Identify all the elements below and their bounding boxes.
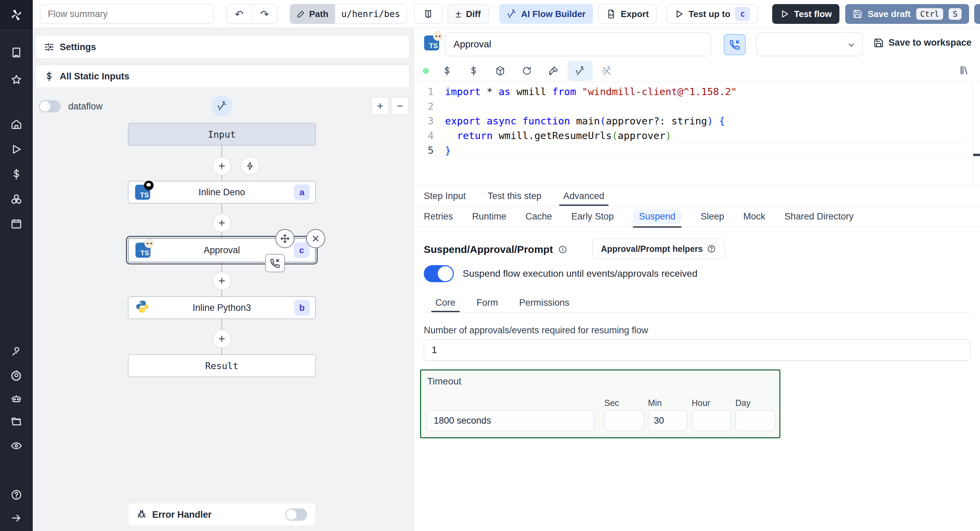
path-button[interactable]: Path u/henri/bes <box>290 4 407 24</box>
move-step-button[interactable] <box>275 229 294 248</box>
save-to-workspace-button[interactable]: Save to workspace <box>873 38 972 48</box>
flow-summary-input[interactable] <box>40 4 214 24</box>
add-variable-dollar-icon[interactable] <box>434 66 460 76</box>
script-version-select[interactable] <box>756 32 862 56</box>
tab-permissions[interactable]: Permissions <box>519 293 570 312</box>
tab-shared-directory[interactable]: Shared Directory <box>784 206 854 227</box>
reload-icon[interactable] <box>514 66 540 76</box>
suspend-subtabs: Core Form Permissions <box>424 293 970 312</box>
path-edit-segment[interactable]: Path <box>290 5 335 24</box>
timeout-label: Timeout <box>427 376 773 387</box>
variables-dollar-icon[interactable] <box>0 166 33 182</box>
tab-form[interactable]: Form <box>477 293 498 312</box>
step-name-input[interactable] <box>445 32 711 56</box>
flow-settings-button[interactable]: Settings <box>35 35 409 59</box>
test-up-to-button[interactable]: Test up to c <box>667 4 758 24</box>
ai-graph-wand-button[interactable] <box>211 95 232 117</box>
insert-step-button[interactable] <box>213 157 231 175</box>
tab-early-stop[interactable]: Early Stop <box>571 206 614 227</box>
workers-robot-icon[interactable] <box>0 391 33 406</box>
tab-core[interactable]: Core <box>435 293 455 312</box>
path-value[interactable]: u/henri/bes <box>335 5 406 24</box>
flow-node-inline-deno[interactable]: TS Inline Deno a <box>128 181 316 203</box>
runs-play-icon[interactable] <box>0 142 33 157</box>
editor-code[interactable]: import * as wmill from "windmill-client@… <box>445 84 966 158</box>
save-draft-button[interactable]: Save draft Ctrl S <box>845 4 969 24</box>
settings-gear-icon[interactable] <box>0 368 33 383</box>
audit-eye-icon[interactable] <box>0 438 33 453</box>
users-icon[interactable] <box>0 344 33 359</box>
tab-sleep[interactable]: Sleep <box>700 206 724 227</box>
approval-phone-indicator[interactable] <box>265 254 285 272</box>
insert-step-button[interactable] <box>213 214 231 232</box>
ai-assistant-wand-button[interactable] <box>568 61 593 81</box>
library-icon[interactable] <box>959 65 970 77</box>
flow-node-inline-python3[interactable]: Inline Python3 b <box>128 296 316 319</box>
tab-cache[interactable]: Cache <box>525 206 552 227</box>
insert-trigger-button[interactable] <box>241 157 259 175</box>
favorites-star-icon[interactable] <box>0 72 33 87</box>
suspend-enable-toggle[interactable] <box>424 265 454 282</box>
lsp-status-dot <box>423 68 429 74</box>
timeout-hour-input[interactable] <box>692 410 731 431</box>
home-icon[interactable] <box>0 117 33 132</box>
code-editor[interactable]: 12345 import * as wmill from "windmill-c… <box>414 81 980 186</box>
zoom-in-button[interactable]: + <box>371 97 389 115</box>
kbd-s: S <box>948 8 962 20</box>
flow-node-input[interactable]: Input <box>128 123 316 146</box>
input-node-label: Input <box>208 129 235 140</box>
test-flow-button[interactable]: Test flow <box>772 4 839 24</box>
workspace-icon[interactable] <box>0 45 33 60</box>
timeout-min-input[interactable] <box>648 410 687 431</box>
python-logo-icon <box>135 300 150 316</box>
undo-button[interactable]: ↶ <box>227 5 252 24</box>
tab-runtime[interactable]: Runtime <box>472 206 507 227</box>
add-resource-dollar-icon[interactable] <box>460 66 487 76</box>
insert-step-button[interactable] <box>213 272 231 290</box>
insert-step-button[interactable] <box>213 330 231 348</box>
help-icon[interactable] <box>0 487 33 502</box>
expand-sidebar-arrow-icon[interactable] <box>0 510 33 526</box>
timeout-seconds-display[interactable] <box>426 410 594 431</box>
folders-icon[interactable] <box>0 414 33 430</box>
tab-test-this-step[interactable]: Test this step <box>488 186 541 206</box>
format-brush-icon[interactable] <box>540 66 567 76</box>
phone-incoming-icon <box>270 258 280 268</box>
package-icon[interactable] <box>487 66 514 76</box>
timeout-sec-input[interactable] <box>604 410 644 431</box>
tab-retries[interactable]: Retries <box>424 206 453 227</box>
typescript-deno-badge: TS <box>135 185 150 200</box>
windmill-flow-editor: ↶ ↷ Path u/henri/bes ± Diff AI Flow Buil… <box>0 0 980 531</box>
resources-cubes-icon[interactable] <box>0 192 33 206</box>
all-static-inputs-button[interactable]: All Static Inputs <box>35 65 409 88</box>
approval-prompt-helpers-button[interactable]: Approval/Prompt helpers <box>592 239 724 259</box>
tab-mock[interactable]: Mock <box>743 206 765 227</box>
redo-button[interactable]: ↷ <box>252 5 277 24</box>
test-up-to-label: Test up to <box>689 9 730 19</box>
suspend-section-header: Suspend/Approval/Prompt <box>424 244 567 255</box>
delete-step-button[interactable] <box>306 229 325 248</box>
approval-phone-toggle-button[interactable] <box>724 34 746 55</box>
deploy-button-partial[interactable] <box>974 4 980 24</box>
zoom-out-button[interactable]: − <box>391 97 409 115</box>
windmill-logo-icon[interactable] <box>0 0 33 30</box>
tab-step-input[interactable]: Step Input <box>424 186 466 206</box>
diff-button[interactable]: ± Diff <box>448 4 488 24</box>
tab-advanced[interactable]: Advanced <box>563 186 604 206</box>
dataflow-toggle[interactable] <box>39 100 61 113</box>
toolbar: ↶ ↷ Path u/henri/bes ± Diff AI Flow Buil… <box>33 0 980 28</box>
timeout-fieldset: Timeout Sec Min Hour Day <box>420 369 780 438</box>
docs-book-button[interactable] <box>414 4 442 24</box>
tab-suspend[interactable]: Suspend <box>633 209 682 224</box>
timeout-day-input[interactable] <box>735 410 775 431</box>
schedules-calendar-icon[interactable] <box>0 216 33 231</box>
flow-node-result[interactable]: Result <box>128 355 316 377</box>
ai-gen-disabled-wand-icon[interactable] <box>593 66 620 76</box>
hour-label: Hour <box>692 398 731 408</box>
approvals-count-input[interactable] <box>424 339 970 361</box>
ai-flow-builder-button[interactable]: AI Flow Builder <box>499 4 593 24</box>
export-button[interactable]: Export <box>598 4 657 24</box>
error-handler-toggle[interactable] <box>285 509 307 521</box>
book-icon <box>423 9 433 19</box>
info-icon[interactable] <box>558 245 567 254</box>
